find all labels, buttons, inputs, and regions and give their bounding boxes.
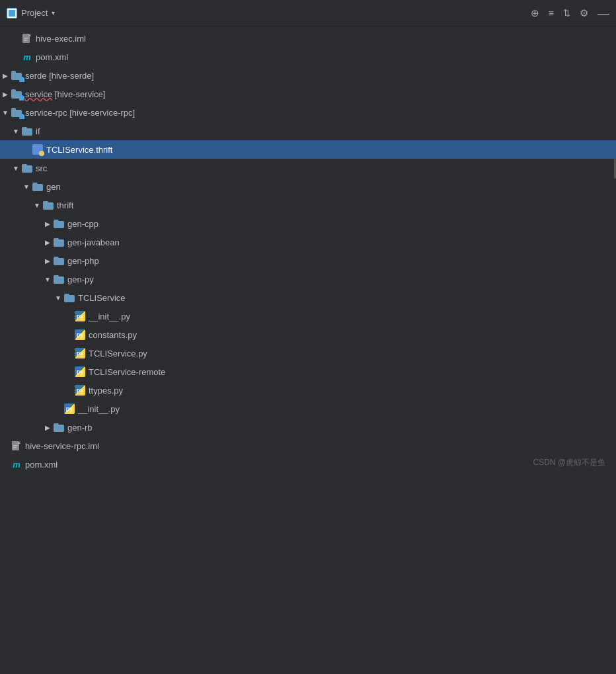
header-title: Project (21, 8, 48, 18)
python-file-icon: py (63, 403, 75, 415)
main-content: hive-exec.iml m pom.xml serde [hive-serd… (0, 26, 616, 476)
expand-arrow-icon[interactable] (0, 89, 11, 99)
expand-arrow-icon[interactable] (32, 200, 42, 210)
tree-item-if[interactable]: if (0, 122, 616, 140)
item-label: gen-cpp (67, 219, 98, 229)
tree-item-src[interactable]: src (0, 159, 616, 177)
tree-item-gen-rb[interactable]: gen-rb (0, 418, 616, 437)
expand-arrow-icon[interactable] (53, 292, 63, 303)
no-arrow (63, 311, 74, 321)
thrift-file-icon (32, 144, 44, 155)
tree-item-tcliservice-py[interactable]: py TCLIService.py (0, 344, 616, 362)
svg-rect-3 (24, 40, 27, 41)
folder-icon (32, 181, 44, 192)
tree-item-hive-service-rpc-iml[interactable]: hive-service-rpc.iml (0, 437, 616, 455)
item-label: hive-service-rpc.iml (25, 441, 99, 451)
module-folder-icon (11, 88, 22, 100)
item-label: service-rpc [hive-service-rpc] (25, 108, 135, 118)
sort-icon[interactable]: ⇅ (563, 8, 570, 18)
expand-arrow-icon[interactable] (21, 181, 32, 192)
expand-arrow-icon[interactable] (11, 126, 21, 136)
folder-icon (53, 421, 65, 433)
tree-item-hive-exec-iml[interactable]: hive-exec.iml (0, 29, 616, 48)
maven-file-icon: m (21, 51, 33, 63)
no-arrow (21, 144, 32, 155)
expand-arrow-icon[interactable] (42, 422, 53, 433)
tree-item-ttypes-py[interactable]: py ttypes.py (0, 381, 616, 400)
tree-item-init-py-2[interactable]: py __init__.py (0, 400, 616, 418)
tree-item-tcliservice-folder[interactable]: TCLIService (0, 288, 616, 307)
tree-item-service-rpc[interactable]: service-rpc [hive-service-rpc] (0, 103, 616, 122)
expand-arrow-icon[interactable] (0, 70, 11, 81)
tree-item-gen-cpp[interactable]: gen-cpp (0, 214, 616, 233)
item-label: if (36, 126, 40, 136)
module-folder-icon (11, 69, 22, 81)
item-label: gen-javabean (67, 237, 120, 247)
file-tree: hive-exec.iml m pom.xml serde [hive-serd… (0, 26, 616, 476)
folder-icon (53, 236, 65, 248)
item-label: ttypes.py (89, 386, 123, 396)
item-label: TCLIService.thrift (46, 145, 112, 155)
tree-item-tcliservice-remote[interactable]: py TCLIService-remote (0, 362, 616, 381)
tree-item-pom-xml-1[interactable]: m pom.xml (0, 48, 616, 66)
tree-item-gen-php[interactable]: gen-php (0, 251, 616, 270)
iml-file-icon (21, 32, 33, 44)
no-arrow (0, 459, 11, 470)
maven-icon: m (13, 460, 20, 469)
iml-file-icon (11, 440, 22, 452)
tree-item-service[interactable]: service [hive-service] (0, 85, 616, 103)
header-actions: ⊕ ≡ ⇅ ⚙ — (531, 7, 609, 19)
minimize-icon[interactable]: — (597, 7, 609, 19)
python-file-icon: py (74, 384, 86, 396)
item-label: gen (46, 182, 61, 192)
python-file-icon: py (74, 329, 86, 341)
folder-icon (21, 162, 33, 174)
tree-item-thrift[interactable]: thrift (0, 196, 616, 214)
folder-icon (63, 292, 75, 304)
item-label: gen-php (67, 256, 99, 266)
expand-arrow-icon[interactable] (42, 274, 53, 284)
tree-item-constants-py[interactable]: py constants.py (0, 325, 616, 344)
python-file-icon: py (74, 347, 86, 359)
maven-icon: m (23, 53, 31, 62)
item-label: src (36, 163, 47, 173)
tree-item-init-py-1[interactable]: py __init__.py (0, 307, 616, 325)
item-label: thrift (57, 200, 73, 210)
module-folder-icon (11, 106, 22, 118)
expand-arrow-icon[interactable] (0, 107, 11, 118)
header-left: Project ▾ (7, 8, 55, 19)
tree-item-gen[interactable]: gen (0, 177, 616, 196)
settings-icon[interactable]: ⚙ (580, 7, 588, 19)
item-label: pom.xml (36, 52, 68, 62)
no-arrow (63, 348, 74, 358)
no-arrow (63, 385, 74, 396)
item-label: TCLIService.py (89, 349, 147, 358)
no-arrow (11, 33, 21, 44)
item-label: serde [hive-serde] (25, 71, 94, 81)
add-icon[interactable]: ⊕ (531, 7, 539, 19)
tree-item-tcliservice-thrift[interactable]: TCLIService.thrift (0, 140, 616, 159)
tree-item-gen-javabean[interactable]: gen-javabean (0, 233, 616, 251)
tree-item-pom-xml-2[interactable]: m pom.xml (0, 455, 616, 474)
folder-icon (53, 255, 65, 267)
item-label: TCLIService (78, 293, 126, 303)
item-label: constants.py (89, 330, 137, 340)
no-arrow (0, 441, 11, 451)
expand-arrow-icon[interactable] (11, 163, 21, 173)
expand-arrow-icon[interactable] (42, 237, 53, 247)
expand-arrow-icon[interactable] (42, 218, 53, 229)
folder-icon (21, 125, 33, 137)
project-panel-icon (7, 8, 17, 19)
no-arrow (63, 329, 74, 340)
tree-item-gen-py[interactable]: gen-py (0, 270, 616, 288)
folder-icon (53, 273, 65, 285)
no-arrow (11, 52, 21, 62)
collapse-all-icon[interactable]: ≡ (549, 8, 554, 19)
tree-item-serde[interactable]: serde [hive-serde] (0, 66, 616, 85)
item-label: hive-exec.iml (36, 34, 86, 44)
expand-arrow-icon[interactable] (42, 255, 53, 266)
folder-icon (42, 199, 54, 211)
dropdown-chevron-icon[interactable]: ▾ (52, 9, 55, 17)
svg-rect-6 (13, 445, 18, 446)
no-arrow (53, 403, 63, 414)
